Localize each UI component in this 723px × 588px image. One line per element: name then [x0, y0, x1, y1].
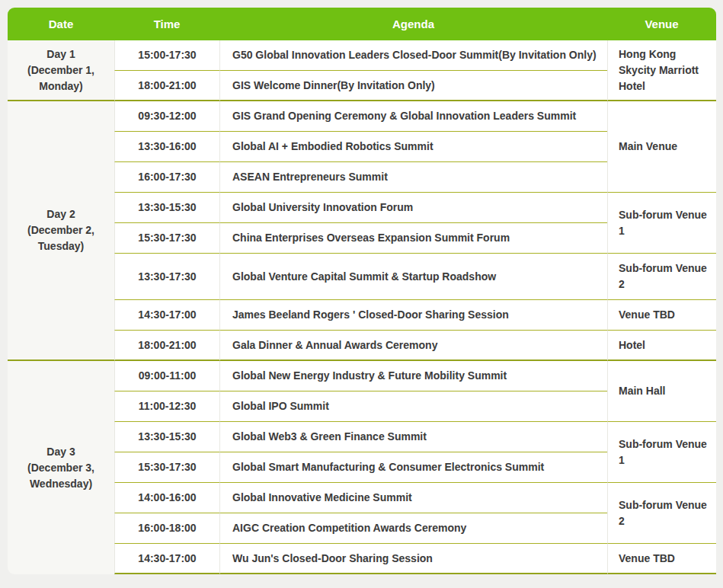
date-cell: Day 2(December 2,Tuesday) — [8, 101, 114, 361]
venue-line: Main Hall — [619, 383, 710, 399]
date-cell: Day 3(December 3,Wednesday) — [8, 361, 114, 574]
time-cell: 18:00-21:00 — [114, 71, 219, 101]
venue-cell: Sub-forum Venue2 — [607, 254, 716, 300]
time-cell: 14:30-17:00 — [114, 544, 219, 574]
agenda-cell: GIS Welcome Dinner(By Invitation Only) — [219, 71, 607, 101]
date-line: Tuesday) — [8, 238, 114, 254]
time-cell: 16:00-17:30 — [114, 162, 219, 193]
venue-cell: Hong KongSkycity MarriottHotel — [607, 40, 716, 101]
venue-line: 2 — [619, 513, 710, 529]
venue-line: 1 — [619, 223, 710, 239]
time-cell: 16:00-18:00 — [114, 513, 219, 544]
time-cell: 09:30-12:00 — [114, 101, 219, 132]
agenda-cell: AIGC Creation Competition Awards Ceremon… — [219, 513, 607, 544]
table-row: 14:30-17:00James Beeland Rogers ' Closed… — [8, 300, 716, 331]
table-row: 14:30-17:00Wu Jun's Closed-Door Sharing … — [8, 544, 716, 574]
agenda-page: Date Time Agenda Venue Day 1(December 1,… — [0, 0, 723, 574]
date-cell: Day 1(December 1,Monday) — [8, 40, 114, 101]
venue-line: Hong Kong — [619, 46, 710, 62]
column-header-venue: Venue — [607, 8, 716, 40]
venue-line: Sub-forum Venue — [619, 436, 710, 452]
venue-line: Main Venue — [619, 139, 710, 155]
agenda-table: Date Time Agenda Venue Day 1(December 1,… — [8, 8, 716, 574]
agenda-cell: Global Venture Capital Summit & Startup … — [219, 254, 607, 300]
agenda-cell: ASEAN Entrepreneurs Summit — [219, 162, 607, 193]
time-cell: 13:30-17:30 — [114, 254, 219, 300]
time-cell: 15:30-17:30 — [114, 452, 219, 483]
time-cell: 15:30-17:30 — [114, 223, 219, 254]
venue-line: 1 — [619, 452, 710, 468]
time-cell: 13:30-15:30 — [114, 422, 219, 452]
venue-line: Venue TBD — [619, 551, 710, 567]
table-row: Day 2(December 2,Tuesday)09:30-12:00GIS … — [8, 101, 716, 132]
agenda-cell: Global Innovative Medicine Summit — [219, 483, 607, 513]
time-cell: 13:30-16:00 — [114, 132, 219, 162]
venue-line: Hotel — [619, 78, 710, 94]
venue-cell: Sub-forum Venue1 — [607, 422, 716, 483]
table-row: 14:00-16:00Global Innovative Medicine Su… — [8, 483, 716, 513]
agenda-cell: Gala Dinner & Annual Awards Ceremony — [219, 331, 607, 361]
date-line: (December 2, — [8, 222, 114, 238]
venue-cell: Main Venue — [607, 101, 716, 193]
column-header-date: Date — [8, 8, 114, 40]
table-row: 13:30-15:30Global University Innovation … — [8, 193, 716, 223]
agenda-cell: Global New Energy Industry & Future Mobi… — [219, 361, 607, 391]
date-line: Wednesday) — [8, 476, 114, 492]
venue-line: Sub-forum Venue — [619, 260, 710, 276]
time-cell: 13:30-15:30 — [114, 193, 219, 223]
table-row: 13:30-17:30Global Venture Capital Summit… — [8, 254, 716, 300]
agenda-cell: GIS Grand Opening Ceremony & Global Inno… — [219, 101, 607, 132]
header-row: Date Time Agenda Venue — [8, 8, 716, 40]
venue-line: Venue TBD — [619, 307, 710, 323]
agenda-cell: Global Web3 & Green Finance Summit — [219, 422, 607, 452]
agenda-cell: Global University Innovation Forum — [219, 193, 607, 223]
time-cell: 14:30-17:00 — [114, 300, 219, 331]
date-line: Day 2 — [8, 206, 114, 222]
table-row: 13:30-15:30Global Web3 & Green Finance S… — [8, 422, 716, 452]
venue-line: Sub-forum Venue — [619, 497, 710, 513]
date-line: Day 1 — [8, 46, 114, 62]
date-line: Day 3 — [8, 444, 114, 460]
venue-cell: Sub-forum Venue2 — [607, 483, 716, 544]
date-line: (December 3, — [8, 460, 114, 476]
agenda-cell: Global IPO Summit — [219, 391, 607, 422]
venue-cell: Venue TBD — [607, 544, 716, 574]
time-cell: 14:00-16:00 — [114, 483, 219, 513]
time-cell: 15:00-17:30 — [114, 40, 219, 71]
table-row: 18:00-21:00Gala Dinner & Annual Awards C… — [8, 331, 716, 361]
date-line: Monday) — [8, 78, 114, 94]
venue-cell: Hotel — [607, 331, 716, 361]
venue-cell: Venue TBD — [607, 300, 716, 331]
venue-cell: Main Hall — [607, 361, 716, 422]
agenda-cell: Wu Jun's Closed-Door Sharing Session — [219, 544, 607, 574]
agenda-cell: G50 Global Innovation Leaders Closed-Doo… — [219, 40, 607, 71]
agenda-cell: Global AI + Embodied Robotics Summit — [219, 132, 607, 162]
agenda-cell: Global Smart Manufacturing & Consumer El… — [219, 452, 607, 483]
table-row: Day 3(December 3,Wednesday)09:00-11:00Gl… — [8, 361, 716, 391]
time-cell: 11:00-12:30 — [114, 391, 219, 422]
time-cell: 18:00-21:00 — [114, 331, 219, 361]
agenda-cell: China Enterprises Overseas Expansion Sum… — [219, 223, 607, 254]
venue-cell: Sub-forum Venue1 — [607, 193, 716, 254]
column-header-agenda: Agenda — [219, 8, 607, 40]
agenda-cell: James Beeland Rogers ' Closed-Door Shari… — [219, 300, 607, 331]
time-cell: 09:00-11:00 — [114, 361, 219, 391]
venue-line: Hotel — [619, 337, 710, 353]
column-header-time: Time — [114, 8, 219, 40]
venue-line: 2 — [619, 276, 710, 292]
date-line: (December 1, — [8, 62, 114, 78]
venue-line: Skycity Marriott — [619, 62, 710, 78]
venue-line: Sub-forum Venue — [619, 207, 710, 223]
table-row: Day 1(December 1,Monday)15:00-17:30G50 G… — [8, 40, 716, 71]
